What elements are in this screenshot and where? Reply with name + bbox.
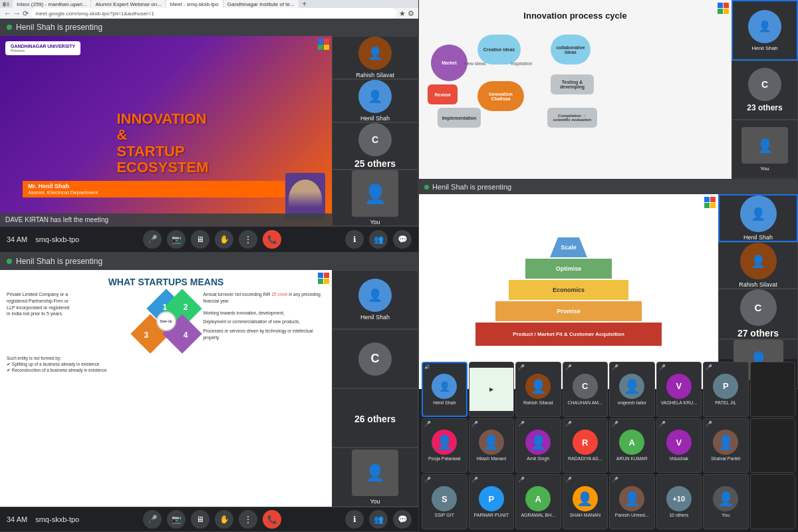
- face-you: 👤: [713, 486, 738, 511]
- pg-you-grid: 👤 You: [703, 474, 749, 529]
- pg-name-agrawal: AGRAWAL BH...: [519, 513, 557, 517]
- participant-you-bl: 👤 You: [332, 448, 418, 507]
- presenting-bar-top-left: Henil Shah is presenting: [0, 19, 418, 36]
- pg-ssip: 🎤 S SSIP GIT: [422, 474, 467, 529]
- participant-rahish: 👤 Rahish Silavat: [332, 36, 418, 79]
- innovation-title: Innovation process cycle: [424, 5, 726, 26]
- face-hitash: 👤: [479, 430, 504, 455]
- avatar-henil: 👤: [358, 80, 392, 113]
- toolbar-time: 34 AM: [7, 235, 27, 243]
- your-video-tr: 👤: [741, 127, 788, 164]
- tab-meet[interactable]: Meet - smq-skxb-tpo: [166, 0, 223, 8]
- node-review: Review: [428, 84, 458, 104]
- pg-name-ssip: SSIP GIT: [434, 513, 456, 517]
- pg-name-amit: Amit Singh: [525, 456, 551, 461]
- slide-title: INNOVATION&STARTUPECOSYSTEM: [116, 111, 208, 176]
- mic-arun: 🎤: [612, 421, 618, 427]
- pg-name-vaghela: VAGHELA KRU...: [659, 400, 698, 405]
- pg-agrawal: 🎤 A AGRAWAL BH...: [515, 474, 561, 529]
- others-count-26: 26 others: [354, 414, 396, 424]
- info-button[interactable]: ℹ: [345, 230, 364, 249]
- chat-button[interactable]: 💬: [393, 230, 412, 249]
- avatar-23-others: C: [748, 68, 781, 101]
- mic-patel: 🎤: [706, 364, 712, 370]
- face-vrajeesh: 👤: [619, 374, 644, 399]
- toolbar-bot-left: 34 AM smq-skxb-tpo 🎤 📷 🖥 ✋ ⋮ 📞 ℹ 👥 💬: [0, 507, 418, 532]
- name-rahish-mr: Rahish Silavat: [739, 281, 777, 288]
- tab-inbox[interactable]: Inbox (259) - manthan.upari...: [13, 0, 90, 8]
- slide-title-startups: WHAT STARTUPS MEANS: [7, 277, 325, 287]
- screen-share-button[interactable]: 🖥: [191, 230, 209, 249]
- toolbar-time-bl: 34 AM: [7, 515, 27, 523]
- people-button[interactable]: 👥: [369, 230, 388, 249]
- slide-subtitle: Mr. Henil Shah Alumni, Electrical Depart…: [23, 181, 309, 198]
- right-column: Innovation process cycle Market Creative…: [419, 0, 798, 532]
- diamond-center: Start-Up: [156, 311, 176, 331]
- face-henil: 👤: [432, 374, 457, 399]
- pg-name-rahish: Rahish Silavat: [522, 400, 555, 405]
- camera-button[interactable]: 📷: [167, 230, 186, 249]
- pg-name-shalval: Shalval Parikh: [710, 456, 742, 461]
- mic-shah-manan: 🎤: [565, 477, 572, 483]
- mid-right-content: Scale Optimise Economics Promise Product…: [419, 194, 798, 389]
- dot-mr: [424, 185, 429, 190]
- avatar-ssip: S: [432, 486, 457, 511]
- diamond-num-3: 3: [144, 331, 149, 340]
- participant-27-others: C 27 others: [718, 289, 798, 339]
- hand-btn-bl[interactable]: ✋: [215, 510, 233, 529]
- avatar-rahish: 👤: [358, 37, 392, 70]
- corner-flag-startups: [318, 273, 329, 284]
- slide-bottom-text: Such entity is not formed by: ✔ Splittin…: [7, 355, 325, 373]
- participant-c-bl: C: [332, 329, 418, 388]
- pg-name-you-grid: You: [720, 513, 731, 517]
- slide-right-text: Annual turnover not exceeding INR 25 cro…: [203, 291, 326, 351]
- mic-vidushak: 🎤: [659, 421, 666, 427]
- pyramid-level-economics: Economics: [509, 280, 628, 300]
- tab-gitu[interactable]: Gandhinagar Institute of te...: [223, 0, 299, 8]
- toolbar-room-bl: smq-skxb-tpo: [35, 515, 79, 523]
- node-market: Market: [431, 45, 467, 81]
- tab-alumni[interactable]: Alumni Expert Webinar on...: [91, 0, 165, 8]
- mic-parmar: 🎤: [471, 477, 478, 483]
- slide-left-text: Private Limited Company or a registered …: [7, 291, 129, 351]
- pg-arun: 🎤 A ARUN KUMAR: [609, 418, 655, 473]
- pg-shah-manan: 🎤 👤 SHAH MANAN: [563, 474, 608, 529]
- notification-bar: DAVE KIRTAN has left the meeting: [0, 213, 332, 226]
- pg-name-vrajeesh: vrajeesh tailor: [616, 400, 648, 405]
- mic-paresh: 🎤: [612, 477, 618, 483]
- corner-flag-innovation: [718, 3, 729, 14]
- chat-btn-bl[interactable]: 💬: [393, 510, 412, 529]
- end-call-btn-bl[interactable]: 📞: [263, 510, 281, 529]
- avatar-vidushak: V: [666, 430, 692, 455]
- more-button[interactable]: ⋮: [239, 230, 257, 249]
- info-btn-bl[interactable]: ℹ: [345, 510, 364, 529]
- mic-btn-bl[interactable]: 🎤: [143, 510, 162, 529]
- pyramid-level-product: Product / Market Fit & Customer Acquisit…: [475, 323, 662, 346]
- participant-you-tl: 👤 You: [332, 170, 418, 226]
- cam-btn-bl[interactable]: 📷: [167, 510, 186, 529]
- meet-top-right: Innovation process cycle Market Creative…: [419, 0, 798, 180]
- presenter-photo: [285, 173, 325, 219]
- pg-name-radadiya: RADADIYA AS...: [567, 456, 604, 461]
- presenting-bar-bot-left: Henil Shah is presenting: [0, 253, 418, 270]
- pg-paresh: 🎤 👤 Paresh Umred...: [609, 474, 655, 529]
- avatar-patel: P: [713, 374, 738, 399]
- meet-bottom-left: Henil Shah is presenting WHAT STARTUPS M…: [0, 253, 418, 532]
- avatar-radadiya: R: [573, 430, 598, 455]
- end-call-button[interactable]: 📞: [263, 230, 281, 249]
- avatar-27-others: C: [740, 289, 777, 326]
- share-btn-bl[interactable]: 🖥: [191, 510, 209, 529]
- pg-name-10-others: 10 others: [668, 513, 690, 517]
- arrow-inspiration: Inspiration: [511, 61, 532, 66]
- presentation-slide: GANDHINAGAR UNIVERSITY Presents: [0, 36, 332, 226]
- participant-you-tr: 👤 You: [732, 120, 798, 179]
- url-input[interactable]: meet.google.com/smq-skxb-tpo?pli=1&authu…: [31, 8, 396, 19]
- toolbar-top-left: 34 AM smq-skxb-tpo 🎤 📷 🖥 ✋ ⋮ 📞 ℹ 👥 💬: [0, 226, 418, 253]
- hand-button[interactable]: ✋: [215, 230, 233, 249]
- participant-henil: 👤 Henil Shah: [332, 79, 418, 122]
- arrow-new-ideas: New ideas: [464, 61, 486, 66]
- more-btn-bl[interactable]: ⋮: [239, 510, 257, 529]
- pg-rahish: 🎤 👤 Rahish Silavat: [515, 362, 561, 417]
- people-btn-bl[interactable]: 👥: [369, 510, 388, 529]
- mic-button[interactable]: 🎤: [143, 230, 162, 249]
